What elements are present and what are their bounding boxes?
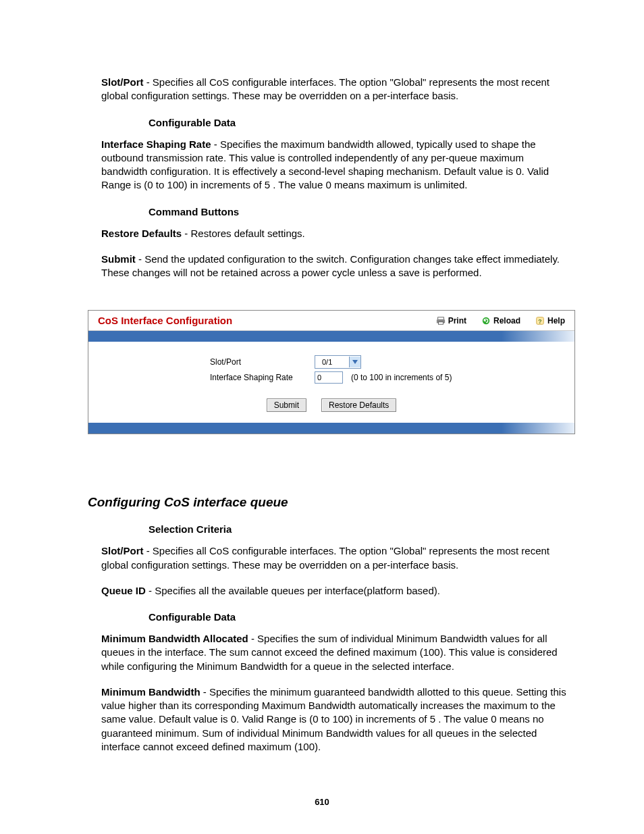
slot-port-field-label: Slot/Port: [109, 357, 315, 367]
panel-button-row: Submit Restore Defaults: [109, 398, 554, 412]
slot-port-label: Slot/Port: [101, 76, 144, 88]
restore-para: Restore Defaults - Restores default sett…: [101, 227, 570, 240]
print-icon: [436, 316, 446, 325]
restore-text: - Restores default settings.: [182, 228, 305, 239]
submit-label: Submit: [101, 253, 136, 265]
section-title-queue: Configuring CoS interface queue: [88, 495, 570, 510]
min-bw-label: Minimum Bandwidth: [101, 686, 200, 698]
slot-port-label-2: Slot/Port: [101, 545, 144, 556]
reload-link[interactable]: Reload: [481, 316, 520, 325]
panel-actions: Print Reload ? Help: [436, 316, 565, 325]
submit-para: Submit - Send the updated configuration …: [101, 253, 570, 280]
help-icon: ?: [535, 316, 545, 325]
print-label: Print: [448, 316, 466, 325]
min-bw-alloc-para: Minimum Bandwidth Allocated - Specifies …: [101, 632, 570, 673]
print-link[interactable]: Print: [436, 316, 466, 325]
help-label: Help: [547, 316, 565, 325]
page-number: 610: [0, 797, 644, 807]
slot-port-text: - Specifies all CoS configurable interfa…: [101, 76, 549, 101]
reload-icon: [481, 316, 491, 325]
slot-port-para: Slot/Port - Specifies all CoS configurab…: [101, 76, 570, 103]
svg-text:?: ?: [538, 317, 541, 324]
slot-port-text-2: - Specifies all CoS configurable interfa…: [101, 545, 549, 570]
cos-interface-config-panel: CoS Interface Configuration Print Reload: [88, 310, 575, 434]
queue-id-label: Queue ID: [101, 585, 146, 596]
panel-top-bar: [88, 331, 574, 342]
shaping-rate-field-label: Interface Shaping Rate: [109, 373, 315, 382]
reload-label: Reload: [493, 316, 520, 325]
slot-port-para-2: Slot/Port - Specifies all CoS configurab…: [101, 544, 570, 572]
configurable-data-heading: Configurable Data: [149, 117, 570, 128]
restore-defaults-button[interactable]: Restore Defaults: [321, 398, 396, 412]
chevron-down-icon: [349, 357, 360, 367]
selection-criteria-heading: Selection Criteria: [149, 523, 570, 535]
shaping-label: Interface Shaping Rate: [101, 138, 211, 150]
shaping-para: Interface Shaping Rate - Specifies the m…: [101, 138, 570, 192]
queue-id-text: - Specifies all the available queues per…: [146, 585, 440, 596]
slot-port-select[interactable]: 0/1: [315, 355, 361, 369]
panel-body: Slot/Port 0/1 Interface Shaping Rate (0 …: [88, 342, 574, 423]
submit-button[interactable]: Submit: [267, 398, 306, 412]
svg-rect-2: [438, 322, 443, 325]
command-buttons-heading: Command Buttons: [149, 206, 570, 217]
shaping-rate-input[interactable]: [315, 371, 343, 384]
shaping-rate-row: Interface Shaping Rate (0 to 100 in incr…: [109, 371, 554, 384]
restore-label: Restore Defaults: [101, 228, 182, 239]
slot-port-select-value: 0/1: [315, 358, 349, 366]
min-bw-alloc-label: Minimum Bandwidth Allocated: [101, 633, 248, 644]
panel-title: CoS Interface Configuration: [98, 315, 232, 326]
configurable-data-heading-2: Configurable Data: [149, 611, 570, 623]
panel-header: CoS Interface Configuration Print Reload: [88, 311, 574, 331]
submit-text: - Send the updated configuration to the …: [101, 253, 560, 278]
slot-port-row: Slot/Port 0/1: [109, 355, 554, 369]
queue-id-para: Queue ID - Specifies all the available q…: [101, 584, 570, 598]
panel-bottom-bar: [88, 423, 574, 434]
help-link[interactable]: ? Help: [535, 316, 565, 325]
min-bw-para: Minimum Bandwidth - Specifies the minimu…: [101, 685, 570, 754]
svg-rect-0: [437, 317, 444, 320]
shaping-rate-hint: (0 to 100 in increments of 5): [351, 373, 452, 382]
